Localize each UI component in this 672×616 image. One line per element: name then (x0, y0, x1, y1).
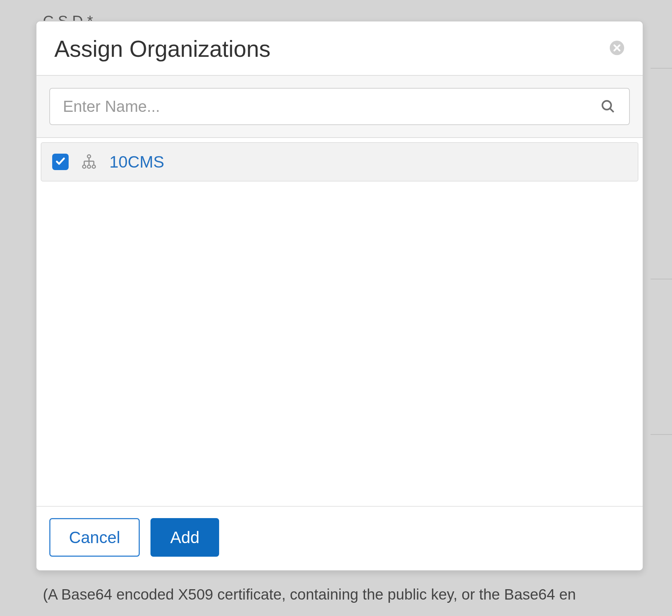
add-button[interactable]: Add (150, 518, 219, 557)
organization-row[interactable]: 10CMS (41, 142, 638, 182)
modal-title: Assign Organizations (54, 36, 625, 62)
assign-organizations-modal: Assign Organizations (36, 21, 643, 571)
check-icon (55, 156, 66, 168)
organization-tree-icon (81, 154, 97, 170)
modal-header: Assign Organizations (36, 21, 643, 76)
background-divider (651, 279, 672, 279)
svg-point-4 (83, 165, 86, 168)
background-divider (651, 68, 672, 69)
svg-line-2 (610, 108, 614, 112)
svg-point-3 (88, 155, 91, 158)
modal-footer: Cancel Add (36, 506, 643, 570)
background-divider (651, 434, 672, 435)
background-help-text: (A Base64 encoded X509 certificate, cont… (43, 586, 576, 603)
cancel-button[interactable]: Cancel (49, 518, 140, 557)
organization-checkbox[interactable] (52, 154, 69, 170)
search-section (36, 76, 643, 138)
close-button[interactable] (609, 40, 625, 56)
search-icon (601, 99, 616, 114)
organization-list: 10CMS (36, 138, 643, 506)
search-input[interactable] (49, 88, 630, 125)
organization-name: 10CMS (109, 152, 164, 172)
search-input-wrap (49, 88, 630, 125)
svg-point-1 (602, 101, 611, 110)
svg-point-5 (88, 165, 91, 168)
svg-point-6 (92, 165, 95, 168)
close-icon (609, 40, 625, 56)
